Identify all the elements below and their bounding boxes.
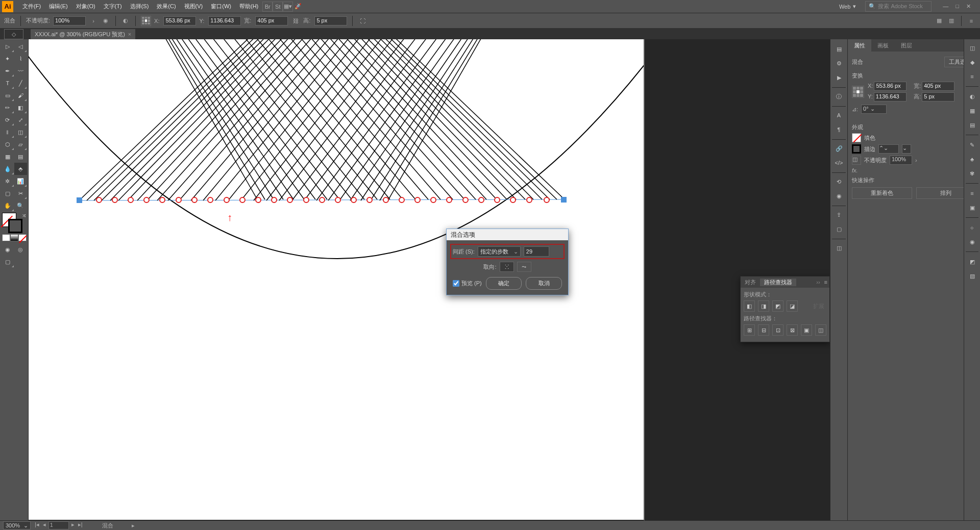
minus-front-icon[interactable]: ◨ <box>758 300 769 312</box>
cancel-button[interactable]: 取消 <box>526 277 562 290</box>
panel-collapse-icon[interactable]: ›› <box>816 279 822 285</box>
ctrl-opacity-input[interactable]: 100% <box>53 16 86 26</box>
dock-icon-transform[interactable]: ⟲ <box>832 175 846 188</box>
rs-icon-6[interactable]: ▤ <box>966 118 979 132</box>
draw-behind-icon[interactable]: ◎ <box>14 243 28 256</box>
scale-tool[interactable]: ⤢ <box>14 114 28 126</box>
gpu-icon[interactable]: 🚀 <box>293 2 303 12</box>
rs-icon-9[interactable]: ✾ <box>966 167 979 180</box>
line-tool[interactable]: ╱ <box>14 77 28 89</box>
dock-icon-appearance[interactable]: ◉ <box>832 189 846 203</box>
slice-tool[interactable]: ✂ <box>14 187 28 199</box>
draw-normal-icon[interactable]: ◉ <box>1 243 14 256</box>
rs-icon-10[interactable]: ≡ <box>966 187 979 200</box>
dock-icon-lib[interactable]: ◫ <box>832 241 846 255</box>
properties-tab[interactable]: 属性 <box>848 39 871 52</box>
x-input[interactable]: 553.86 px <box>163 16 196 26</box>
setup-icon1[interactable]: ▦ <box>935 16 944 26</box>
graph-tool[interactable]: 📊 <box>14 175 28 187</box>
rs-icon-5[interactable]: ▦ <box>966 104 979 117</box>
magic-wand-tool[interactable]: ✦ <box>1 53 14 65</box>
menu-edit[interactable]: 编辑(E) <box>45 0 72 13</box>
bridge-icon[interactable]: Br <box>262 2 273 12</box>
free-transform-tool[interactable]: ◫ <box>14 126 28 138</box>
prop-stroke-swatch[interactable] <box>852 144 861 154</box>
expand-button[interactable]: 扩展 <box>813 302 826 310</box>
merge-icon[interactable]: ⊡ <box>772 324 783 336</box>
transform-ref-point[interactable] <box>852 86 864 98</box>
status-dropdown-icon[interactable]: ▸ <box>132 522 135 529</box>
divide-icon[interactable]: ⊞ <box>744 324 755 336</box>
rs-icon-14[interactable]: ◩ <box>966 255 979 268</box>
dock-icon-info[interactable]: ⓘ <box>832 90 846 103</box>
menu-help[interactable]: 帮助(H) <box>235 0 262 13</box>
menu-effect[interactable]: 效果(C) <box>153 0 180 13</box>
panel-menu-icon[interactable]: ≡ <box>967 16 976 26</box>
preview-checkbox[interactable]: 预览 (P) <box>453 280 482 287</box>
canvas-area[interactable]: ↑ 混合选项 间距 (S): 指定的步数⌄ 取向: ⵘ ⤳ <box>29 39 847 520</box>
prop-w-input[interactable]: 405 px <box>922 82 954 91</box>
angle-input[interactable]: 0° ⌄ <box>861 105 887 114</box>
width-tool[interactable]: ⫴ <box>1 126 14 138</box>
opacity-dropdown[interactable]: › <box>915 157 917 163</box>
shape-builder-tool[interactable]: ⬡ <box>1 138 14 150</box>
maximize-button[interactable]: □ <box>953 3 961 10</box>
close-button[interactable]: ✕ <box>964 3 973 10</box>
rectangle-tool[interactable]: ▭ <box>1 89 14 102</box>
rs-icon-11[interactable]: ▣ <box>966 201 979 214</box>
home-tab[interactable]: ◇ <box>4 29 23 39</box>
layers-tab[interactable]: 图层 <box>895 39 918 52</box>
panel-menu-icon[interactable]: ≡ <box>822 279 829 285</box>
mesh-tool[interactable]: ▦ <box>1 150 14 163</box>
arrange-docs-icon[interactable]: ▦▾ <box>283 2 293 12</box>
spacing-value-input[interactable] <box>524 246 549 257</box>
recolor-art-icon[interactable]: ◐ <box>121 16 130 26</box>
fx-button[interactable]: fx. <box>852 167 858 173</box>
minimize-button[interactable]: — <box>941 3 950 10</box>
outline-icon[interactable]: ▣ <box>801 324 812 336</box>
none-mode-icon[interactable] <box>18 234 27 241</box>
rs-icon-2[interactable]: ◆ <box>966 56 979 69</box>
prev-artboard-icon[interactable]: ◂ <box>42 521 47 529</box>
dock-icon-gear[interactable]: ⚙ <box>832 57 846 70</box>
rs-icon-7[interactable]: ✎ <box>966 138 979 152</box>
rs-icon-12[interactable]: ⟐ <box>966 221 979 234</box>
ok-button[interactable]: 确定 <box>486 277 522 290</box>
first-artboard-icon[interactable]: |◂ <box>34 521 40 529</box>
color-mode-icon[interactable] <box>2 234 10 241</box>
link-wh-icon[interactable]: ⛓ <box>291 16 300 26</box>
reference-point[interactable] <box>141 16 151 26</box>
dock-icon-para[interactable]: ¶ <box>832 123 846 136</box>
rs-icon-13[interactable]: ◉ <box>966 235 979 248</box>
symbol-sprayer-tool[interactable]: ✲ <box>1 175 14 187</box>
rotate-tool[interactable]: ⟳ <box>1 114 14 126</box>
h-input[interactable]: 5 px <box>314 16 347 26</box>
prop-opacity-input[interactable]: 100% <box>890 156 912 165</box>
intersect-icon[interactable]: ◩ <box>772 300 783 312</box>
last-artboard-icon[interactable]: ▸| <box>77 521 84 529</box>
direct-selection-tool[interactable]: ◁ <box>14 40 28 53</box>
prop-y-input[interactable]: 1136.643 <box>874 92 906 102</box>
stroke-type-dropdown[interactable]: ⌄ <box>902 144 911 154</box>
unite-icon[interactable]: ◧ <box>744 300 755 312</box>
type-tool[interactable]: T <box>1 77 14 89</box>
spacing-mode-select[interactable]: 指定的步数⌄ <box>478 246 521 257</box>
artboard-tool[interactable]: ▢ <box>1 187 14 199</box>
menu-object[interactable]: 对象(O) <box>72 0 100 13</box>
setup-icon2[interactable]: ▥ <box>947 16 956 26</box>
menu-type[interactable]: 文字(T) <box>100 0 126 13</box>
prop-x-input[interactable]: 553.86 px <box>874 82 906 91</box>
opacity-dropdown-icon[interactable]: › <box>89 16 98 26</box>
pen-tool[interactable]: ✒ <box>1 65 14 77</box>
transform-more-icon[interactable]: ⋯ <box>852 114 976 120</box>
crop-icon[interactable]: ⊠ <box>787 324 798 336</box>
style-icon[interactable]: ◉ <box>101 16 110 26</box>
y-input[interactable]: 1136.643 <box>208 16 241 26</box>
paintbrush-tool[interactable]: 🖌 <box>14 89 28 102</box>
search-stock-input[interactable]: 🔍 搜索 Adobe Stock <box>865 1 932 12</box>
selection-tool[interactable]: ▷ <box>1 40 14 53</box>
rs-icon-8[interactable]: ♣ <box>966 153 979 166</box>
rs-icon-15[interactable]: ▧ <box>966 269 979 283</box>
screen-mode-icon[interactable]: ▢ <box>1 256 14 268</box>
prop-fill-swatch[interactable] <box>852 133 861 142</box>
